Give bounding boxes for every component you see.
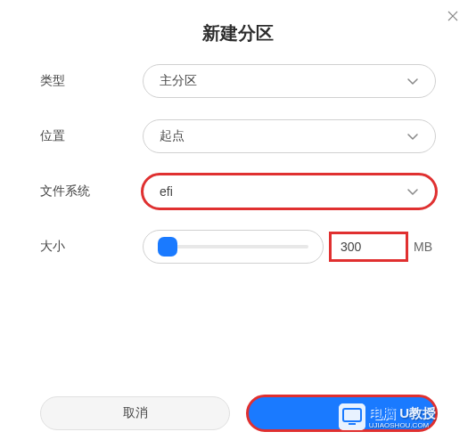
row-filesystem: 文件系统 efi xyxy=(40,174,436,209)
label-type: 类型 xyxy=(40,73,143,89)
select-position[interactable]: 起点 xyxy=(143,119,436,153)
confirm-button[interactable]: 确定 xyxy=(248,396,436,430)
size-unit: MB xyxy=(414,240,436,254)
create-partition-dialog: 新建分区 类型 主分区 位置 起点 文件系统 efi xyxy=(0,0,476,448)
chevron-down-icon xyxy=(406,185,419,198)
select-type[interactable]: 主分区 xyxy=(143,64,436,98)
close-icon xyxy=(446,11,460,26)
dialog-footer: 取消 确定 xyxy=(0,396,476,430)
size-input[interactable] xyxy=(331,233,406,260)
select-type-value: 主分区 xyxy=(160,73,406,89)
select-position-value: 起点 xyxy=(160,128,406,144)
cancel-label: 取消 xyxy=(123,405,148,421)
select-filesystem[interactable]: efi xyxy=(143,175,436,208)
row-type: 类型 主分区 xyxy=(40,63,436,99)
chevron-down-icon xyxy=(406,75,419,87)
close-button[interactable] xyxy=(446,9,460,23)
form-area: 类型 主分区 位置 起点 文件系统 efi xyxy=(0,63,476,265)
label-position: 位置 xyxy=(40,128,143,144)
slider-thumb[interactable] xyxy=(158,237,177,257)
row-size: 大小 MB xyxy=(40,229,436,265)
label-size: 大小 xyxy=(40,239,143,255)
label-filesystem: 文件系统 xyxy=(40,183,143,200)
chevron-down-icon xyxy=(406,130,419,143)
size-slider[interactable] xyxy=(143,230,324,264)
row-position: 位置 起点 xyxy=(40,118,436,154)
size-control: MB xyxy=(143,230,436,264)
select-filesystem-value: efi xyxy=(160,184,406,199)
slider-track xyxy=(158,245,308,248)
dialog-title: 新建分区 xyxy=(0,0,476,63)
cancel-button[interactable]: 取消 xyxy=(40,396,230,430)
